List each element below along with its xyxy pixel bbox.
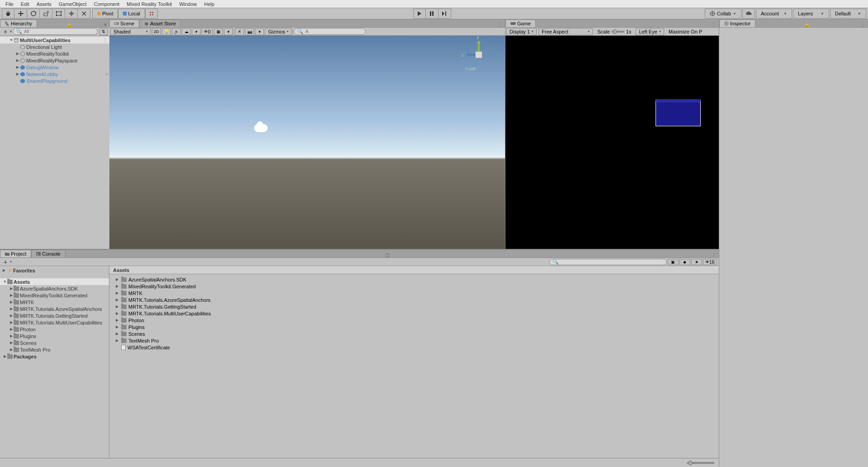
inspector-menu-icon[interactable]: ⋮ [858, 22, 868, 27]
display-dropdown[interactable]: Display 1▾ [506, 28, 537, 35]
project-tree-item[interactable]: MRTK.Tutorials.AzureSpatialAnchors [0, 305, 109, 312]
cloud-button[interactable] [742, 9, 755, 19]
project-menu-icon[interactable]: ⋮ [709, 253, 719, 257]
asset-item[interactable]: AzureSpatialAnchors.SDK [109, 276, 719, 283]
hierarchy-item[interactable]: MultiUserCapabilities⋮ [0, 37, 109, 43]
tab-game[interactable]: Game [505, 19, 536, 27]
audio-toggle[interactable]: 🔊 [172, 28, 181, 35]
expand-icon[interactable] [9, 286, 14, 291]
expand-icon[interactable] [9, 320, 14, 324]
camera-dropdown[interactable]: ▾ [255, 28, 264, 35]
project-dock-icon[interactable]: ▢ [382, 253, 392, 257]
create-button[interactable]: + [2, 28, 9, 35]
asset-item[interactable]: MixedRealityToolkit.Generated [109, 283, 719, 290]
scene-menu-icon[interactable]: ⋮ [495, 22, 505, 27]
expand-icon[interactable] [115, 291, 119, 295]
expand-icon[interactable] [9, 334, 14, 338]
project-tree-item[interactable]: Plugins [0, 333, 109, 339]
expand-icon[interactable] [115, 284, 119, 288]
expand-icon[interactable] [115, 332, 119, 336]
game-menu-icon[interactable]: ⋮ [709, 22, 719, 27]
local-toggle[interactable]: Local [118, 9, 145, 19]
thumbnail-size-slider[interactable] [687, 462, 714, 464]
menu-assets[interactable]: Assets [33, 1, 55, 7]
project-tree-item[interactable]: MixedRealityToolkit.Generated [0, 292, 109, 299]
expand-icon[interactable] [115, 325, 119, 329]
expand-icon[interactable] [115, 311, 119, 315]
asset-item[interactable]: WSATestCertificate [109, 344, 719, 351]
asset-item[interactable]: Scenes [109, 330, 719, 337]
hierarchy-filter-toggle[interactable]: ⇅ [99, 28, 108, 35]
project-sidebar[interactable]: ★ Favorites AssetsAzureSpatialAnchors.SD… [0, 266, 109, 458]
menu-help[interactable]: Help [201, 1, 218, 7]
2d-toggle[interactable]: 2D [152, 28, 161, 35]
layers-dropdown[interactable]: Layers▼ [793, 9, 829, 19]
step-button[interactable] [439, 9, 451, 19]
project-tree-item[interactable]: Assets [0, 278, 109, 285]
hierarchy-menu-icon[interactable]: ≡ [101, 22, 109, 27]
rotate-tool[interactable] [27, 9, 40, 19]
fx-dropdown[interactable]: ▾ [192, 28, 201, 35]
scene-search-input[interactable] [305, 29, 363, 34]
expand-icon[interactable] [9, 341, 14, 345]
expand-icon[interactable] [2, 268, 6, 272]
expand-icon[interactable] [115, 277, 119, 281]
camera-toggle[interactable]: 📷 [245, 28, 254, 35]
expand-icon[interactable] [15, 58, 20, 62]
filter-type-button[interactable]: ▣ [668, 259, 679, 265]
lighting-toggle[interactable]: 💡 [162, 28, 171, 35]
hierarchy-search[interactable]: 🔍 [13, 28, 98, 35]
maximize-toggle[interactable]: Maximize On P [666, 28, 705, 35]
scale-tool[interactable] [40, 9, 52, 19]
gizmos-dropdown[interactable]: Gizmos▾ [265, 28, 292, 35]
tab-hierarchy[interactable]: Hierarchy [0, 19, 37, 27]
scene-context-icon[interactable]: ⋮ [103, 38, 108, 43]
menu-gameobject[interactable]: GameObject [55, 1, 90, 7]
expand-icon[interactable] [9, 293, 14, 297]
orientation-gizmo[interactable]: y z < Left [465, 41, 492, 73]
expand-icon[interactable] [115, 338, 119, 343]
tab-scene[interactable]: Scene [109, 19, 139, 27]
expand-icon[interactable] [15, 72, 20, 76]
expand-icon[interactable] [9, 348, 14, 352]
filter-label-button[interactable]: ◆ [679, 259, 690, 265]
tab-asset-store[interactable]: Asset Store [139, 19, 181, 27]
project-tree-item[interactable]: Packages [0, 353, 109, 360]
shading-mode-dropdown[interactable]: Shaded▾ [110, 28, 151, 35]
item-menu-icon[interactable]: › [106, 71, 108, 76]
layout-dropdown[interactable]: Default▼ [830, 9, 866, 19]
eye-dropdown[interactable]: Left Eye▾ [636, 28, 664, 35]
scene-search[interactable]: 🔍 [294, 28, 366, 35]
transform-tool[interactable] [65, 9, 78, 19]
project-tree-item[interactable]: Scenes [0, 339, 109, 346]
project-create-button[interactable]: + [2, 258, 9, 266]
expand-icon[interactable] [9, 38, 14, 42]
hierarchy-lock-icon[interactable]: 🔒 [64, 22, 75, 27]
grid-dropdown[interactable]: ▾ [224, 28, 233, 35]
menu-window[interactable]: Window [175, 1, 200, 7]
menu-file[interactable]: File [2, 1, 17, 7]
expand-icon[interactable] [3, 354, 7, 358]
expand-icon[interactable] [9, 307, 14, 311]
asset-item[interactable]: Plugins [109, 324, 719, 330]
menu-component[interactable]: Component [90, 1, 123, 7]
fx-toggle[interactable]: ☁ [182, 28, 191, 35]
hidden-toggle[interactable]: 👁0 [202, 28, 213, 35]
expand-icon[interactable] [115, 305, 119, 309]
asset-item[interactable]: MRTK.Tutorials.MultiUserCapabilities [109, 310, 719, 317]
asset-item[interactable]: Photon [109, 317, 719, 324]
project-breadcrumb[interactable]: Assets [109, 266, 719, 274]
expand-icon[interactable] [9, 327, 14, 331]
scale-slider[interactable] [612, 31, 624, 33]
expand-icon[interactable] [115, 298, 119, 302]
expand-icon[interactable] [3, 280, 7, 284]
hierarchy-search-input[interactable] [24, 29, 94, 34]
play-button[interactable] [413, 9, 426, 19]
account-dropdown[interactable]: Account▼ [756, 9, 792, 19]
favorites-row[interactable]: ★ Favorites [0, 267, 109, 274]
hierarchy-item[interactable]: DebugWindow [0, 64, 109, 71]
asset-item[interactable]: MRTK.Tutorials.AzureSpatialAnchors [109, 296, 719, 303]
project-tree-item[interactable]: MRTK.Tutorials.MultiUserCapabilities [0, 319, 109, 326]
hierarchy-item[interactable]: Directional Light [0, 43, 109, 50]
asset-item[interactable]: MRTK [109, 290, 719, 296]
